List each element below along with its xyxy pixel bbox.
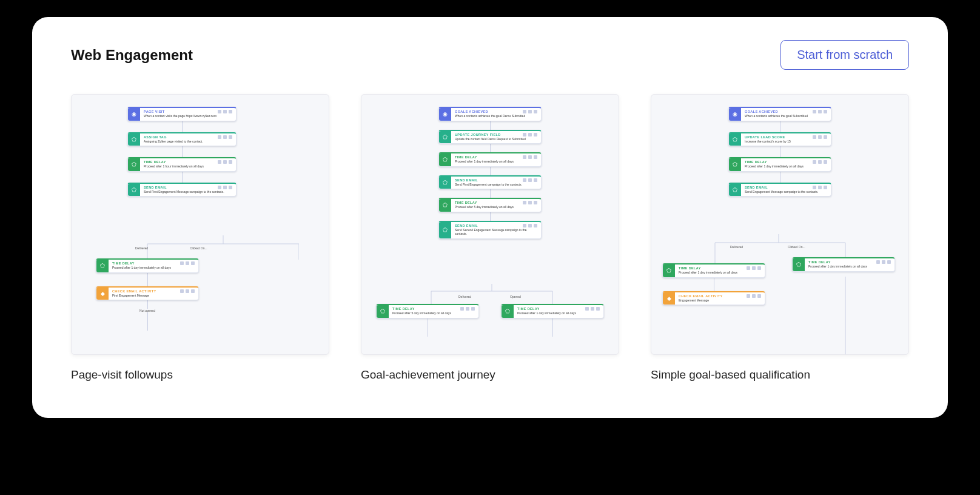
wf-node: ⬠TIME DELAYProceed after 1 day immediate… <box>96 258 199 273</box>
mail-icon: ⬠ <box>729 184 741 197</box>
branch-label: Clicked On... <box>788 245 805 249</box>
wf-node: ⬠SEND EMAILSend Second Engagement Messag… <box>438 221 542 239</box>
globe-icon: ◉ <box>128 108 140 121</box>
mail-icon: ⬠ <box>439 222 451 238</box>
template-title: Goal-achievement journey <box>361 368 619 382</box>
field-icon: ⬠ <box>439 131 451 144</box>
template-card-simple-goal[interactable]: ◉GOALS ACHIEVEDWhen a contacts achieves … <box>651 94 909 382</box>
clock-icon: ⬠ <box>793 258 805 271</box>
wf-node: ⬠ASSIGN TAGAssigning Zylker page visited… <box>127 132 237 147</box>
wf-node: ⬠TIME DELAYProceed after 1 hour immediat… <box>127 157 237 172</box>
template-cards: ◉PAGE VISITWhen a contact visits the pag… <box>71 94 909 382</box>
template-thumb: ◉GOALS ACHIEVEDWhen a contacts achieves … <box>361 94 619 355</box>
template-title: Page-visit followups <box>71 368 329 382</box>
page-title: Web Engagement <box>71 47 193 64</box>
clock-icon: ⬠ <box>729 158 741 171</box>
template-thumb: ◉GOALS ACHIEVEDWhen a contacts achieves … <box>651 94 909 355</box>
clock-icon: ⬠ <box>502 305 514 318</box>
branch-label: Opened <box>510 295 521 298</box>
branch-label: Delivered <box>458 295 471 298</box>
template-card-goal-journey[interactable]: ◉GOALS ACHIEVEDWhen a contacts achieves … <box>361 94 619 382</box>
wf-node: ⬠TIME DELAYProceed after 1 day immediate… <box>792 257 895 272</box>
template-thumb: ◉PAGE VISITWhen a contact visits the pag… <box>71 94 329 355</box>
branch-label: Delivered <box>135 246 148 250</box>
wf-node: ⬠UPDATE JOURNEY FIELDUpdate the contact … <box>438 130 542 144</box>
wf-node: ⬠TIME DELAYProceed after 1 day immediate… <box>728 157 831 172</box>
wf-node: ⬠SEND EMAILSend Engagement Message campa… <box>728 183 831 197</box>
clock-icon: ⬠ <box>96 260 109 272</box>
clock-icon: ⬠ <box>439 199 451 212</box>
panel: Web Engagement Start from scratch ◉PAGE … <box>32 17 948 418</box>
clock-icon: ⬠ <box>128 158 140 171</box>
wf-node: ⬠SEND EMAILSend First Engagement Message… <box>127 183 237 197</box>
wf-node: ⬠TIME DELAYProceed after 1 day immediate… <box>662 263 765 278</box>
mail-icon: ⬠ <box>439 177 451 189</box>
clock-icon: ⬠ <box>663 264 675 277</box>
activity-icon: ◆ <box>663 292 675 305</box>
clock-icon: ⬠ <box>439 153 451 166</box>
wf-node: ◉GOALS ACHIEVEDWhen a contacts achieves … <box>438 107 542 121</box>
wf-node: ⬠TIME DELAYProceed after 1 day immediate… <box>438 152 542 167</box>
wf-node: ⬠TIME DELAYProceed after 1 day immediate… <box>501 304 604 318</box>
target-icon: ◉ <box>729 108 741 121</box>
score-icon: ⬠ <box>729 133 741 146</box>
wf-node: ⬠TIME DELAYProceed after 5 day immediate… <box>376 304 479 318</box>
start-from-scratch-button[interactable]: Start from scratch <box>780 40 909 70</box>
tag-icon: ⬠ <box>128 133 140 146</box>
template-card-page-visit[interactable]: ◉PAGE VISITWhen a contact visits the pag… <box>71 94 329 382</box>
wf-node: ◆CHECK EMAIL ACTIVITYEngagement Message <box>662 291 765 306</box>
wf-node: ◉GOALS ACHIEVEDWhen a contacts achieves … <box>728 107 831 121</box>
wf-node: ⬠TIME DELAYProceed after 5 day immediate… <box>438 198 542 212</box>
target-icon: ◉ <box>439 108 451 121</box>
node-toolbar <box>218 110 232 113</box>
template-title: Simple goal-based qualification <box>651 368 909 382</box>
clock-icon: ⬠ <box>377 305 389 318</box>
panel-header: Web Engagement Start from scratch <box>71 40 909 70</box>
branch-label: Clicked On... <box>190 246 207 250</box>
wf-node: ⬠SEND EMAILSend First Engagement campaig… <box>438 175 542 190</box>
activity-icon: ◆ <box>96 288 109 300</box>
mail-icon: ⬠ <box>128 184 140 197</box>
wf-node: ◉PAGE VISITWhen a contact visits the pag… <box>127 107 237 121</box>
wf-node: ⬠UPDATE LEAD SCOREIncrease the contact's… <box>728 132 831 147</box>
branch-label: Delivered <box>730 245 743 249</box>
wf-node: ◆CHECK EMAIL ACTIVITYFirst Engagement Me… <box>96 286 199 301</box>
